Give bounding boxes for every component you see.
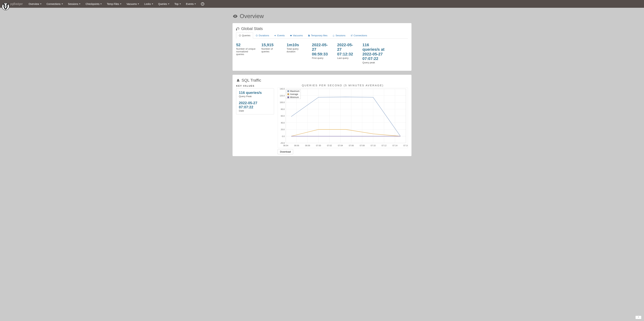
caret-icon: [62, 4, 63, 4]
queries-per-second-chart: 06:5406:5606:5807:0007:0207:0407:0607:08…: [278, 88, 408, 148]
global-stats-panel: Global Stats ? Queries Durations Events …: [232, 23, 412, 71]
legend-label: Minimum: [290, 96, 299, 99]
nav-label: Connections: [46, 3, 60, 6]
bullhorn-icon: [274, 35, 276, 37]
dashboard-icon: [236, 27, 240, 31]
stat-unique-queries: 52 Number of unique normalized queries: [236, 43, 262, 64]
kv-peak-value: 116 queries/s: [239, 91, 271, 95]
nav-top[interactable]: Top: [172, 0, 184, 8]
nav-checkpoints[interactable]: Checkpoints: [83, 0, 104, 8]
svg-text:80.0: 80.0: [281, 108, 285, 110]
page-container: Overview Global Stats ? Queries Duration…: [232, 8, 412, 156]
nav-tempfiles[interactable]: Temp Files: [104, 0, 124, 8]
svg-text:07:10: 07:10: [371, 144, 376, 147]
nav-queries[interactable]: Queries: [156, 0, 172, 8]
nav-vacuums[interactable]: Vacuums: [124, 0, 142, 8]
chart-column: QUERIES PER SECOND (5 MINUTES AVERAGE) 0…: [278, 84, 408, 154]
legend-label: Average: [290, 93, 298, 96]
caret-icon: [180, 4, 181, 4]
chart-legend: Maximum Average Minimum: [286, 90, 301, 99]
svg-text:140.0: 140.0: [280, 88, 285, 90]
stats-row: 52 Number of unique normalized queries 1…: [236, 39, 408, 66]
svg-text:06:56: 06:56: [294, 144, 299, 147]
nav-label: Top: [174, 3, 178, 6]
download-button[interactable]: Download: [278, 149, 293, 154]
svg-text:60.0: 60.0: [281, 115, 285, 117]
stat-value: 15,915: [262, 43, 281, 47]
svg-text:06:58: 06:58: [305, 144, 310, 147]
svg-point-5: [7, 4, 8, 5]
kv-peak-label: Query Peak: [239, 95, 271, 98]
sql-traffic-title: SQL Traffic: [236, 78, 408, 83]
svg-text:07:08: 07:08: [360, 144, 365, 147]
stat-total-duration: 1m10s Total query duration: [287, 43, 312, 64]
tab-durations[interactable]: Durations: [253, 32, 272, 39]
stat-value: 2022-05-27 06:59:33: [312, 43, 332, 56]
svg-text:07:06: 07:06: [349, 144, 354, 147]
stat-num-queries: 15,915 Number of queries: [262, 43, 287, 64]
tab-connections[interactable]: Connections: [348, 32, 370, 39]
top-navbar: pgBadger Overview Connections Sessions C…: [0, 0, 644, 8]
nav-label: Locks: [144, 3, 151, 6]
svg-text:07:04: 07:04: [338, 144, 343, 147]
key-values-heading: KEY VALUES: [236, 85, 274, 87]
stat-query-peak: 116 queries/s at 2022-05-27 07:07:22 Que…: [362, 43, 391, 64]
stat-value: 52: [236, 43, 256, 47]
caret-icon: [40, 4, 42, 4]
tab-sessions[interactable]: Sessions: [330, 32, 348, 39]
svg-text:?: ?: [240, 35, 240, 36]
nav-label: Overview: [28, 3, 39, 6]
svg-text:07:14: 07:14: [392, 144, 398, 147]
nav-sessions[interactable]: Sessions: [66, 0, 83, 8]
stat-label: Last query: [337, 57, 357, 59]
tab-label: Sessions: [336, 34, 346, 37]
nav-about[interactable]: i: [198, 0, 207, 8]
key-values-box: 116 queries/s Query Peak 2022-05-27 07:0…: [236, 88, 274, 114]
caret-icon: [138, 4, 139, 4]
brand-text: pgBadger: [10, 2, 23, 6]
svg-text:120.0: 120.0: [280, 95, 285, 97]
svg-text:07:12: 07:12: [382, 144, 386, 147]
tab-vacuums[interactable]: Vacuums: [287, 32, 305, 39]
nav-label: Queries: [158, 3, 167, 6]
svg-point-4: [3, 4, 4, 5]
svg-point-1: [5, 5, 6, 6]
nav-items: Overview Connections Sessions Checkpoint…: [26, 0, 207, 8]
global-stats-title: Global Stats: [236, 26, 408, 31]
caret-icon: [79, 4, 80, 4]
legend-maximum[interactable]: Maximum: [286, 90, 300, 93]
key-values-column: KEY VALUES 116 queries/s Query Peak 2022…: [236, 84, 274, 154]
page-title-text: Overview: [240, 13, 264, 20]
legend-average[interactable]: Average: [286, 93, 300, 96]
tab-tempfiles[interactable]: Temporary files: [306, 32, 330, 39]
brand[interactable]: pgBadger: [3, 2, 23, 6]
sql-traffic-panel: SQL Traffic KEY VALUES 116 queries/s Que…: [232, 75, 412, 156]
legend-label: Maximum: [290, 90, 300, 92]
power-icon: [332, 35, 335, 37]
badger-logo-icon: [2, 3, 10, 10]
svg-text:07:16: 07:16: [403, 144, 408, 147]
page-title: Overview: [232, 13, 412, 20]
link-icon: [350, 35, 353, 37]
nav-events[interactable]: Events: [184, 0, 198, 8]
nav-locks[interactable]: Locks: [142, 0, 156, 8]
svg-point-2: [6, 5, 7, 6]
tab-events[interactable]: Events: [272, 32, 287, 39]
nav-label: Sessions: [68, 3, 78, 6]
svg-text:07:02: 07:02: [327, 144, 332, 147]
road-icon: [236, 79, 240, 82]
nav-label: Checkpoints: [86, 3, 100, 6]
tab-queries[interactable]: ? Queries: [236, 32, 253, 39]
caret-icon: [168, 4, 170, 4]
kv-date-label: Date: [239, 109, 271, 112]
svg-point-3: [5, 6, 6, 7]
info-icon: i: [201, 2, 204, 6]
nav-overview[interactable]: Overview: [26, 0, 44, 8]
tab-label: Vacuums: [293, 34, 303, 37]
stat-label: Number of unique normalized queries: [236, 48, 256, 56]
legend-swatch-icon: [287, 93, 289, 95]
eye-icon: [232, 14, 238, 19]
caret-icon: [152, 4, 153, 4]
legend-minimum[interactable]: Minimum: [286, 96, 300, 99]
nav-connections[interactable]: Connections: [44, 0, 66, 8]
